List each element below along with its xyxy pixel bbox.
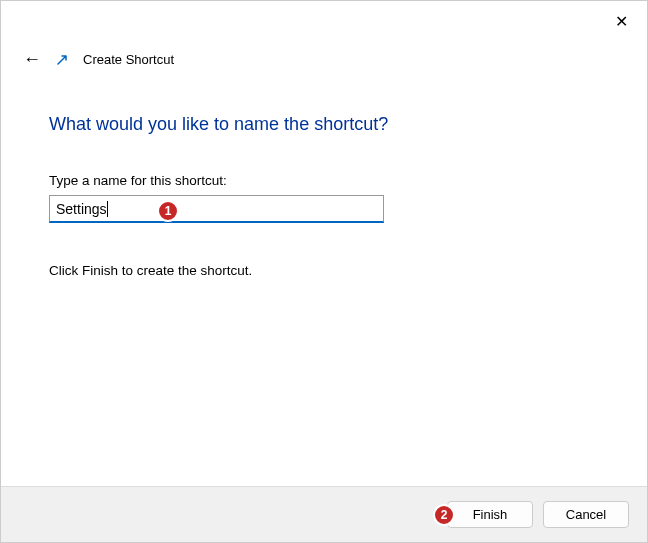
text-caret (107, 201, 108, 217)
cancel-button[interactable]: Cancel (543, 501, 629, 528)
shortcut-icon (55, 53, 69, 67)
back-arrow-icon[interactable]: ← (23, 49, 41, 70)
wizard-title: Create Shortcut (83, 52, 174, 67)
content-area: What would you like to name the shortcut… (1, 70, 647, 278)
finish-button[interactable]: Finish (447, 501, 533, 528)
footer-bar: 2 Finish Cancel (1, 486, 647, 542)
annotation-marker-2: 2 (433, 504, 455, 526)
input-label: Type a name for this shortcut: (49, 173, 599, 188)
input-wrapper: 1 (49, 195, 384, 223)
titlebar: ✕ (1, 1, 647, 41)
page-heading: What would you like to name the shortcut… (49, 114, 599, 135)
close-icon[interactable]: ✕ (611, 11, 631, 31)
finish-wrapper: 2 Finish (447, 501, 533, 528)
wizard-header: ← Create Shortcut (1, 41, 647, 70)
help-text: Click Finish to create the shortcut. (49, 263, 599, 278)
annotation-marker-1: 1 (157, 200, 179, 222)
shortcut-name-input[interactable] (49, 195, 384, 223)
